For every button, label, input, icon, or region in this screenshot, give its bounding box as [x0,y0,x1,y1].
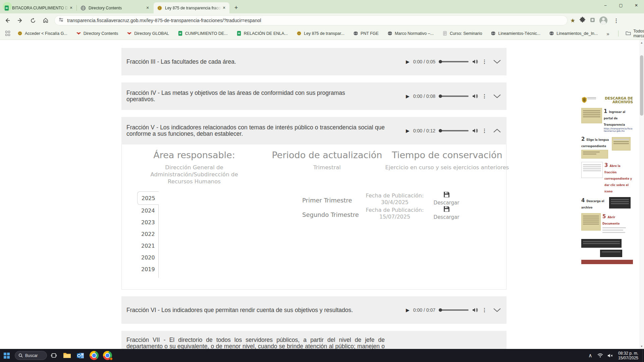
audio-time: 0:00 / 0:08 [413,94,435,99]
home-button[interactable] [40,15,51,26]
chevron-down-icon[interactable] [493,94,501,99]
search-label: Buscar [25,353,38,358]
accordion-row-fraccion-vi[interactable]: Fracción VI - Los indicadores que permit… [121,296,506,324]
year-tab-2022[interactable]: 2022 [137,228,158,240]
tab-ley-875[interactable]: Ley 875 de transparencia fracci ✕ [154,2,229,13]
download-block[interactable]: Descargar [426,206,467,220]
accordion-row-fraccion-vii[interactable]: Fracción VII - El directorio de todos lo… [121,331,506,349]
bookmark-marco-normativo[interactable]: Marco Normativo –... [387,31,434,36]
infographic-step-2: 2 Elige la lengua correspondiente [581,136,633,159]
fraccion-title: Fracción III - Las facultades de cada ár… [126,59,361,65]
new-tab-button[interactable]: + [231,3,241,12]
volume-icon[interactable] [472,128,478,133]
step-text: Elige la lengua correspondiente [581,138,609,148]
volume-icon[interactable] [472,307,478,313]
start-button[interactable] [0,349,13,362]
bookmark-pnt-fge[interactable]: PNT FGE [353,31,379,36]
play-button[interactable]: ▶ [406,128,410,133]
audio-seek-slider[interactable] [439,61,469,62]
accordion-row-fraccion-iv[interactable]: Fracción IV - Las metas y objetivos de l… [121,82,506,110]
globe-icon [80,5,86,11]
year-tab-2019[interactable]: 2019 [137,263,158,275]
forward-arrow-icon [17,17,23,23]
chevron-down-icon[interactable] [493,308,501,312]
taskbar-clock[interactable]: 08:32 p. m. 15/07/2025 [615,351,642,360]
bookmark-cumplimiento[interactable]: CUMPLIMIENTO DE... [178,31,228,36]
pinned-extension-icon[interactable] [590,17,595,24]
audio-player: ▶ 0:00 / 0:12 ⋮ [406,128,487,134]
scrollbar-down-arrow[interactable]: ▼ [639,344,644,349]
taskbar-search-box[interactable]: Buscar [15,351,47,360]
audio-seek-slider[interactable] [439,309,469,311]
bookmark-lineamientos-tecnicos[interactable]: Lineamientos-Técnic... [491,31,540,36]
descargar-link[interactable]: Descargar [426,214,467,220]
all-bookmarks-button[interactable]: Todos los marcadores [626,29,644,38]
audio-seek-slider[interactable] [439,96,469,97]
fecha-label: Fecha de Publicación: [366,207,424,213]
bookmark-lineamientos-de-in[interactable]: Lineamientos_de_In... [549,31,598,36]
accordion-row-fraccion-v[interactable]: Fracción V - Los indicadores relacionado… [121,117,506,144]
maximize-button[interactable]: ▢ [613,0,629,11]
browser-menu-icon[interactable]: ⋮ [611,17,621,24]
task-view-button[interactable] [47,349,60,362]
audio-seek-slider[interactable] [439,130,469,131]
bookmark-curso-seminario[interactable]: Curso: Seminario [442,31,482,36]
bookmark-ley-875[interactable]: Ley 875 de transpar... [297,31,344,36]
chevron-down-icon[interactable] [493,60,501,64]
bookmarks-overflow-chevron[interactable]: » [606,31,609,37]
volume-muted-icon[interactable] [605,349,615,362]
download-block[interactable]: Descargar [426,191,467,206]
year-tab-2023[interactable]: 2023 [137,217,158,228]
year-tab-2021[interactable]: 2021 [137,240,158,252]
extensions-puzzle-icon[interactable] [579,17,586,24]
address-bar[interactable]: transparencia.fiscaliaveracruz.gob.mx/le… [54,15,568,25]
apps-grid-icon[interactable] [5,31,10,36]
save-disk-icon[interactable] [443,207,450,214]
descargar-link[interactable]: Descargar [426,200,467,206]
scrollbar-thumb[interactable] [640,55,643,116]
scrollbar-up-arrow[interactable]: ▲ [639,40,644,45]
file-explorer-button[interactable] [60,349,74,362]
bookmark-label: PNT FGE [361,31,379,36]
year-tab-2024[interactable]: 2024 [137,205,158,217]
outlook-button[interactable] [74,349,87,362]
tab-bitacora[interactable]: BITACORA CUMPLIMIENTO DE ✕ [1,2,76,13]
chrome-button-active[interactable] [101,349,114,362]
bookmark-relacion-enlaces[interactable]: RELACIÓN DE ENLA... [236,31,288,36]
audio-menu-icon[interactable]: ⋮ [482,59,487,65]
tab-close-icon[interactable]: ✕ [68,5,74,11]
play-button[interactable]: ▶ [406,94,410,99]
tab-directory-contents[interactable]: Directory Contents ✕ [77,2,153,13]
bookmark-acceder-fiscalia[interactable]: Acceder < Fiscalía G... [17,31,67,36]
profile-avatar[interactable] [599,16,607,24]
audio-menu-icon[interactable]: ⋮ [482,128,487,134]
play-button[interactable]: ▶ [406,59,410,64]
play-button[interactable]: ▶ [406,307,410,313]
volume-icon[interactable] [472,94,478,99]
wifi-icon[interactable] [595,349,605,362]
chrome-icon [90,351,99,360]
forward-button[interactable] [15,15,25,26]
site-info-icon[interactable] [58,17,64,24]
year-tab-2020[interactable]: 2020 [137,252,158,263]
save-disk-icon[interactable] [443,193,450,199]
back-button[interactable] [2,15,13,26]
accordion-row-fraccion-iii[interactable]: Fracción III - Las facultades de cada ár… [121,48,506,75]
bookmark-star-icon[interactable]: ★ [570,17,575,24]
volume-icon[interactable] [472,59,478,64]
reload-button[interactable] [28,15,38,26]
page-scrollbar[interactable]: ▲ ▼ [639,40,644,349]
tab-close-icon[interactable]: ✕ [221,5,227,11]
hidden-icons-chevron[interactable]: ∧ [585,349,595,362]
audio-menu-icon[interactable]: ⋮ [482,307,487,313]
audio-menu-icon[interactable]: ⋮ [482,93,487,99]
bookmark-directory-global[interactable]: Directory GLOBAL [127,31,169,36]
bookmark-directory-contents[interactable]: Directory Contents [76,31,118,36]
chevron-up-icon[interactable] [493,129,501,133]
minimize-button[interactable]: – [598,0,613,11]
chrome-button[interactable] [87,349,101,362]
close-window-button[interactable]: ✕ [629,0,644,11]
show-desktop-button[interactable] [642,349,644,362]
tab-close-icon[interactable]: ✕ [145,5,150,11]
year-tab-2025[interactable]: 2025 [137,191,159,205]
